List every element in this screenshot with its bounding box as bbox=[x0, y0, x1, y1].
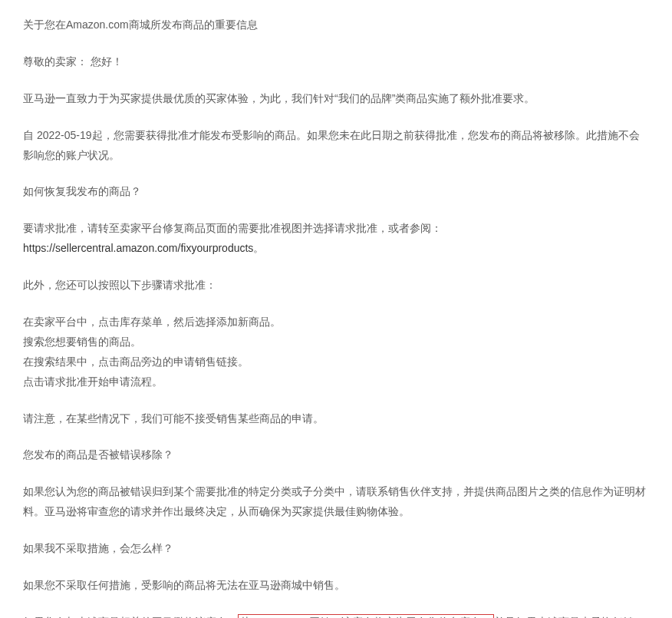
paragraph: 此外，您还可以按照以下步骤请求批准： bbox=[23, 276, 649, 296]
paragraph: 自 2022-05-19起，您需要获得批准才能发布受影响的商品。如果您未在此日期… bbox=[23, 126, 649, 166]
step-item: 在卖家平台中，点击库存菜单，然后选择添加新商品。 bbox=[23, 312, 649, 332]
text: 。 bbox=[253, 242, 264, 254]
step-item: 点击请求批准开始申请流程。 bbox=[23, 372, 649, 392]
highlighted-text: 从 2022-05-19开始，该库存将变为无在售信息库存， bbox=[238, 614, 494, 618]
step-item: 搜索您想要销售的商品。 bbox=[23, 332, 649, 352]
paragraph: 如果您不采取任何措施，受影响的商品将无法在亚马逊商城中销售。 bbox=[23, 576, 649, 596]
steps-list: 在卖家平台中，点击库存菜单，然后选择添加新商品。 搜索您想要销售的商品。 在搜索… bbox=[23, 312, 649, 392]
text: 要请求批准，请转至卖家平台修复商品页面的需要批准视图并选择请求批准，或者参阅： bbox=[23, 222, 442, 234]
paragraph: 请注意，在某些情况下，我们可能不接受销售某些商品的申请。 bbox=[23, 409, 649, 429]
greeting: 尊敬的卖家： 您好！ bbox=[23, 52, 649, 72]
paragraph: 亚马逊一直致力于为买家提供最优质的买家体验，为此，我们针对“我们的品牌”类商品实… bbox=[23, 89, 649, 109]
paragraph: 要请求批准，请转至卖家平台修复商品页面的需要批准视图并选择请求批准，或者参阅： … bbox=[23, 219, 649, 259]
doc-title: 关于您在Amazon.com商城所发布商品的重要信息 bbox=[23, 15, 649, 35]
question-heading: 如果我不采取措施，会怎么样？ bbox=[23, 539, 649, 559]
paragraph: 如果您有与上述商品相关的亚马逊物流库存，从 2022-05-19开始，该库存将变… bbox=[23, 613, 649, 618]
step-item: 在搜索结果中，点击商品旁边的申请销售链接。 bbox=[23, 352, 649, 372]
fixyourproducts-link[interactable]: https://sellercentral.amazon.com/fixyour… bbox=[23, 242, 253, 254]
question-heading: 您发布的商品是否被错误移除？ bbox=[23, 445, 649, 465]
document-body: 关于您在Amazon.com商城所发布商品的重要信息 尊敬的卖家： 您好！ 亚马… bbox=[0, 0, 672, 618]
paragraph: 如果您认为您的商品被错误归到某个需要批准的特定分类或子分类中，请联系销售伙伴支持… bbox=[23, 482, 649, 522]
question-heading: 如何恢复我发布的商品？ bbox=[23, 182, 649, 202]
